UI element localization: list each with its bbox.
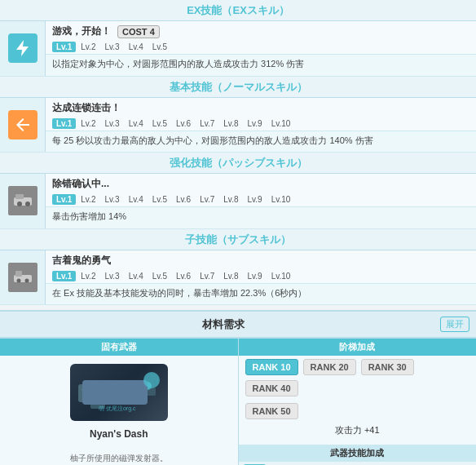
passive-skill-lv-tabs: Lv.1Lv.2Lv.3Lv.4Lv.5Lv.6Lv.7Lv.8Lv.9Lv.1… (46, 193, 476, 206)
ex-skill-name: 游戏，开始！ (52, 24, 111, 38)
basic-skill-lv-tabs: Lv.1Lv.2Lv.3Lv.4Lv.5Lv.6Lv.7Lv.8Lv.9Lv.1… (46, 117, 476, 131)
lv-tab-3[interactable]: Lv.3 (100, 194, 123, 205)
lv-tab-3[interactable]: Lv.3 (100, 271, 123, 281)
lv-tab-10[interactable]: Lv.10 (267, 118, 295, 129)
lv-tab-7[interactable]: Lv.7 (196, 194, 218, 205)
basic-skill-icon-area (0, 98, 46, 153)
sub-skill-desc: 在 Ex 技能及基本技能发动的同时，暴击率增加 22.3%（6秒内） (46, 283, 476, 305)
ws-lv-tabs: Lv.1Lv.2Lv.3Lv.4Lv.5Lv.6Lv.7Lv.8Lv.9Lv.1… (239, 462, 477, 465)
lv-tab-5[interactable]: Lv.5 (148, 271, 171, 281)
lv-tab-5[interactable]: Lv.5 (148, 118, 171, 129)
weapon-image-area: 萌 优尾注org.c (0, 356, 238, 425)
lv-tab-1[interactable]: Lv.1 (52, 194, 76, 205)
passive-skill-section: 强化技能（パッシブスキル） 除错确认中... Lv.1Lv.2Lv.3Lv.4L… (0, 153, 476, 229)
lv-tab-7[interactable]: Lv.7 (196, 118, 218, 129)
lv-tab-5[interactable]: Lv.5 (148, 194, 171, 205)
lv-tab-1[interactable]: Lv.1 (52, 118, 76, 129)
lv-tab-2[interactable]: Lv.2 (77, 118, 99, 129)
rank-button-1[interactable]: RANK 10 (245, 359, 298, 375)
lv-tab-10[interactable]: Lv.10 (267, 271, 295, 281)
passive-skill-desc: 暴击伤害增加 14% (46, 206, 476, 228)
basic-skill-name: 达成连锁连击！ (52, 101, 121, 115)
lv-tab-4[interactable]: Lv.4 (125, 118, 148, 129)
passive-skill-content: 除错确认中... Lv.1Lv.2Lv.3Lv.4Lv.5Lv.6Lv.7Lv.… (46, 174, 476, 228)
svg-rect-9 (78, 384, 139, 402)
ex-skill-icon (8, 33, 37, 63)
materials-section: 材料需求 展开 固有武器 萌 优尾注org.c (0, 310, 476, 465)
weapon-name: Nyan's Dash (0, 425, 238, 441)
passive-skill-name-row: 除错确认中... (46, 174, 476, 193)
basic-skill-content: 达成连锁连击！ Lv.1Lv.2Lv.3Lv.4Lv.5Lv.6Lv.7Lv.8… (46, 98, 476, 153)
rank-buttons-row1: RANK 10RANK 20RANK 30RANK 40 (239, 356, 477, 400)
ex-skill-icon-area (0, 21, 46, 76)
ex-skill-header: EX技能（EXスキル） (0, 0, 476, 21)
basic-skill-row: 达成连锁连击！ Lv.1Lv.2Lv.3Lv.4Lv.5Lv.6Lv.7Lv.8… (0, 98, 476, 153)
rank-button-5[interactable]: RANK 50 (245, 403, 298, 419)
rank-buttons-row2: RANK 50 (239, 400, 477, 423)
sub-skill-row: 吉着鬼的勇气 Lv.1Lv.2Lv.3Lv.4Lv.5Lv.6Lv.7Lv.8L… (0, 250, 476, 306)
expand-button[interactable]: 展开 (440, 317, 469, 332)
lv-tab-3[interactable]: Lv.3 (100, 42, 123, 52)
passive-skill-icon (8, 186, 37, 215)
lv-tab-4[interactable]: Lv.4 (125, 271, 148, 281)
lv-tab-4[interactable]: Lv.4 (125, 194, 148, 205)
rank-button-2[interactable]: RANK 20 (303, 359, 356, 375)
lv-tab-6[interactable]: Lv.6 (172, 118, 195, 129)
svg-rect-15 (81, 388, 130, 391)
basic-skill-name-row: 达成连锁连击！ (46, 98, 476, 117)
lv-tab-1[interactable]: Lv.1 (52, 42, 76, 52)
ex-skill-lv-tabs: Lv.1Lv.2Lv.3Lv.4Lv.5 (46, 40, 476, 54)
basic-skill-desc: 每 25 秒以攻击力最高的敌人为中心，对圆形范围内的敌人造成攻击力 140% 伤… (46, 131, 476, 153)
lv-tab-9[interactable]: Lv.9 (243, 118, 266, 129)
lv-tab-9[interactable]: Lv.9 (243, 271, 266, 281)
basic-skill-section: 基本技能（ノーマルスキル） 达成连锁连击！ Lv.1Lv.2Lv.3Lv.4Lv… (0, 77, 476, 153)
lv-tab-8[interactable]: Lv.8 (219, 194, 242, 205)
svg-rect-6 (15, 271, 22, 277)
lv-tab-5[interactable]: Lv.5 (148, 42, 171, 52)
weapon-left-panel: 固有武器 萌 优尾注org.c Nyan's Das (0, 339, 239, 465)
svg-rect-10 (84, 380, 117, 390)
svg-point-3 (17, 202, 22, 206)
passive-skill-header: 强化技能（パッシブスキル） (0, 153, 476, 174)
svg-rect-11 (131, 388, 156, 396)
passive-skill-row: 除错确认中... Lv.1Lv.2Lv.3Lv.4Lv.5Lv.6Lv.7Lv.… (0, 174, 476, 229)
lv-tab-2[interactable]: Lv.2 (77, 42, 99, 52)
sub-skill-name: 吉着鬼的勇气 (52, 254, 111, 268)
svg-rect-14 (117, 382, 130, 388)
svg-point-8 (24, 278, 29, 282)
svg-marker-0 (16, 40, 29, 56)
lv-tab-2[interactable]: Lv.2 (77, 194, 99, 205)
basic-skill-icon (8, 110, 37, 140)
sub-skill-icon (8, 263, 37, 292)
svg-point-4 (25, 202, 30, 206)
passive-skill-name: 除错确认中... (52, 177, 109, 191)
sub-skill-icon-area (0, 250, 46, 305)
lv-tab-8[interactable]: Lv.8 (219, 271, 242, 281)
lv-tab-4[interactable]: Lv.4 (125, 42, 148, 52)
sub-skill-name-row: 吉着鬼的勇气 (46, 250, 476, 269)
ex-skill-content: 游戏，开始！ COST 4 Lv.1Lv.2Lv.3Lv.4Lv.5 以指定对象… (46, 21, 476, 76)
rank-button-3[interactable]: RANK 30 (361, 359, 414, 375)
lv-tab-7[interactable]: Lv.7 (196, 271, 218, 281)
lv-tab-6[interactable]: Lv.6 (172, 271, 195, 281)
lv-tab-9[interactable]: Lv.9 (243, 194, 266, 205)
rank-button-4[interactable]: RANK 40 (245, 380, 298, 396)
sub-skill-lv-tabs: Lv.1Lv.2Lv.3Lv.4Lv.5Lv.6Lv.7Lv.8Lv.9Lv.1… (46, 269, 476, 283)
materials-header-row: 材料需求 展开 (0, 312, 476, 338)
rank-header: 阶梯加成 (239, 339, 477, 356)
weapon-desc: 柚子所使用的磁弹发射器。 机体侧面会持续播放可爱的猫咪往外跑的影像。 (0, 441, 238, 465)
lv-tab-6[interactable]: Lv.6 (172, 194, 195, 205)
svg-text:萌 优尾注org.c: 萌 优尾注org.c (99, 405, 136, 412)
svg-point-13 (143, 382, 152, 390)
lv-tab-10[interactable]: Lv.10 (267, 194, 295, 205)
ex-skill-desc: 以指定对象为中心，对圆形范围内的敌人造成攻击力 312% 伤害 (46, 54, 476, 76)
lv-tab-2[interactable]: Lv.2 (77, 271, 99, 281)
rank-right-panel: 阶梯加成 RANK 10RANK 20RANK 30RANK 40RANK 50… (239, 339, 477, 465)
svg-point-7 (16, 278, 20, 282)
lv-tab-3[interactable]: Lv.3 (100, 118, 123, 129)
lv-tab-8[interactable]: Lv.8 (219, 118, 242, 129)
sub-skill-header: 子技能（サブスキル） (0, 229, 476, 250)
lv-tab-1[interactable]: Lv.1 (52, 271, 76, 281)
passive-skill-icon-area (0, 174, 46, 228)
weapon-header: 固有武器 (0, 339, 238, 356)
